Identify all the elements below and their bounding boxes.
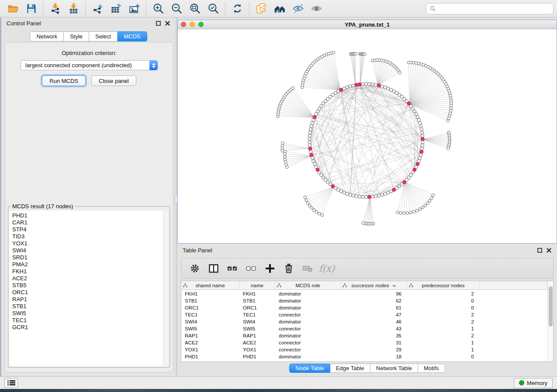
column-type-icon: [277, 283, 281, 289]
table-cell: 0: [407, 353, 480, 360]
result-list-item[interactable]: TEC1: [12, 317, 163, 324]
result-list-item[interactable]: STP4: [12, 226, 163, 233]
scrollbar-thumb[interactable]: [549, 286, 553, 327]
table-scrollbar[interactable]: [547, 281, 553, 361]
window-zoom-icon[interactable]: [198, 22, 204, 27]
mcds-panel: Optimization criterion: largest connecte…: [5, 42, 173, 372]
zoom-fit-icon[interactable]: [187, 2, 203, 16]
search-input[interactable]: [439, 5, 550, 12]
select-stepper-icon: [149, 60, 158, 70]
mcds-result-list[interactable]: PHD1CAR1STP4TID3YOX1SWI4SRD1PMA2FKH1ACE2…: [9, 210, 163, 366]
node-table: shared namenameMCDS rolesuccessor nodesp…: [181, 281, 554, 362]
table-row[interactable]: ORC1ORC1dominator610: [181, 304, 547, 311]
select-all-checkboxes-icon[interactable]: [225, 261, 240, 276]
table-cell: connector: [275, 346, 341, 353]
tab-network-table[interactable]: Network Table: [370, 364, 418, 373]
optimization-select[interactable]: largest connected component (undirected): [21, 60, 158, 70]
close-panel-icon[interactable]: [546, 248, 552, 253]
table-row[interactable]: STB1STB1dominator620: [181, 297, 547, 304]
zoom-selected-icon[interactable]: [205, 2, 221, 16]
result-list-item[interactable]: ACE2: [12, 275, 163, 282]
result-list-item[interactable]: YOX1: [12, 240, 163, 247]
refresh-icon[interactable]: [229, 2, 245, 16]
column-header-shared-name[interactable]: shared name: [181, 281, 239, 290]
result-list-item[interactable]: ORC1: [12, 289, 163, 296]
table-row[interactable]: RAP1RAP1dominator352: [181, 332, 547, 339]
table-row[interactable]: TEC1TEC1connector472: [181, 311, 547, 318]
import-network-icon[interactable]: [47, 2, 63, 16]
table-row[interactable]: YOX1YOX1connector291: [181, 346, 547, 353]
table-cell: YOX1: [181, 346, 239, 353]
column-header-MCDS-role[interactable]: MCDS role: [275, 281, 341, 290]
column-type-icon: [409, 283, 413, 289]
export-network-icon[interactable]: [90, 2, 105, 16]
result-list-item[interactable]: CAR1: [12, 219, 163, 226]
tab-edge-table[interactable]: Edge Table: [330, 364, 370, 373]
table-row[interactable]: SWI5SWI5connector431: [181, 325, 547, 332]
result-list-item[interactable]: STB5: [12, 282, 163, 289]
column-header-name[interactable]: name: [239, 281, 275, 290]
column-header-successor-nodes[interactable]: successor nodes: [341, 281, 407, 290]
network-from-selection-icon[interactable]: [253, 2, 269, 16]
show-all-eye-icon[interactable]: [308, 2, 324, 16]
run-mcds-button[interactable]: Run MCDS: [42, 76, 86, 86]
table-cell: 31: [341, 339, 407, 346]
table-cell: 46: [341, 318, 407, 325]
table-cell: 35: [341, 332, 407, 339]
column-label: successor nodes: [351, 283, 389, 288]
hide-selected-eye-slash-icon[interactable]: [290, 2, 306, 16]
table-row[interactable]: ACE2ACE2connector311: [181, 339, 547, 346]
close-panel-icon[interactable]: [165, 21, 170, 26]
network-canvas[interactable]: [178, 29, 557, 243]
tab-select[interactable]: Select: [89, 31, 118, 41]
open-folder-icon[interactable]: [5, 2, 21, 16]
column-label: shared name: [195, 283, 225, 288]
close-panel-button[interactable]: Close panel: [91, 76, 136, 86]
first-neighbors-houses-icon[interactable]: [272, 2, 287, 16]
toolbar-separator: [146, 2, 146, 15]
tab-motifs[interactable]: Motifs: [418, 364, 445, 373]
table-tabs: Node TableEdge TableNetwork TableMotifs: [177, 364, 557, 373]
save-icon[interactable]: [23, 2, 39, 16]
result-list-item[interactable]: GCR1: [12, 324, 163, 331]
result-list-item[interactable]: STB1: [12, 303, 163, 310]
result-list-item[interactable]: SWI4: [12, 247, 163, 254]
result-list-item[interactable]: FKH1: [12, 268, 163, 275]
table-cell: 18: [341, 353, 407, 360]
result-list-item[interactable]: PHD1: [12, 212, 163, 219]
window-minimize-icon[interactable]: [190, 22, 195, 27]
export-table-icon[interactable]: [108, 2, 124, 16]
memory-button[interactable]: Memory: [514, 378, 553, 388]
tab-node-table[interactable]: Node Table: [289, 364, 330, 373]
table-cell: ACE2: [181, 339, 239, 346]
result-list-scrollbar[interactable]: [163, 210, 169, 366]
column-header-predecessor-nodes[interactable]: predecessor nodes: [407, 281, 480, 290]
export-image-icon[interactable]: [126, 2, 142, 16]
zoom-out-icon[interactable]: [169, 2, 184, 16]
float-panel-icon[interactable]: [537, 248, 543, 253]
result-list-item[interactable]: SWI5: [12, 310, 163, 317]
float-panel-icon[interactable]: [156, 21, 161, 26]
tab-style[interactable]: Style: [64, 31, 89, 41]
table-settings-gear-icon[interactable]: [187, 261, 202, 276]
result-list-item[interactable]: TID3: [12, 233, 163, 240]
mcds-result-title: MCDS result (17 nodes): [11, 203, 74, 210]
tab-mcds[interactable]: MCDS: [118, 31, 147, 41]
result-list-item[interactable]: RAP1: [12, 296, 163, 303]
import-table-icon[interactable]: [66, 2, 81, 16]
delete-trash-icon[interactable]: [281, 261, 296, 276]
mcds-result-box: MCDS result (17 nodes) PHD1CAR1STP4TID3Y…: [8, 203, 170, 368]
table-row[interactable]: SWI4SWI4dominator462: [181, 318, 547, 325]
deselect-all-checkboxes-icon[interactable]: [244, 261, 259, 276]
window-close-icon[interactable]: [181, 22, 186, 27]
table-row[interactable]: PHD1PHD1dominator180: [181, 353, 547, 360]
network-title-bar[interactable]: YPA_prune.txt_1: [178, 20, 557, 29]
result-list-item[interactable]: PMA2: [12, 261, 163, 268]
result-list-item[interactable]: SRD1: [12, 254, 163, 261]
table-row[interactable]: FKH1FKH1dominator962: [181, 290, 547, 297]
tab-network[interactable]: Network: [30, 31, 64, 41]
zoom-in-icon[interactable]: [150, 2, 166, 16]
task-history-list-icon[interactable]: [4, 378, 18, 388]
add-column-plus-icon[interactable]: [263, 261, 277, 276]
split-view-icon[interactable]: [206, 261, 221, 276]
